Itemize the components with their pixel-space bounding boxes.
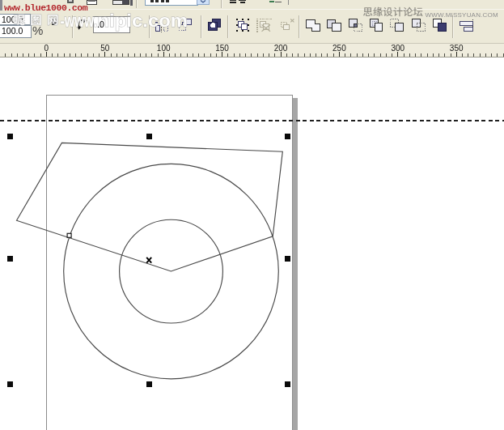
svg-text:-www.: -www. [61, 11, 98, 31]
